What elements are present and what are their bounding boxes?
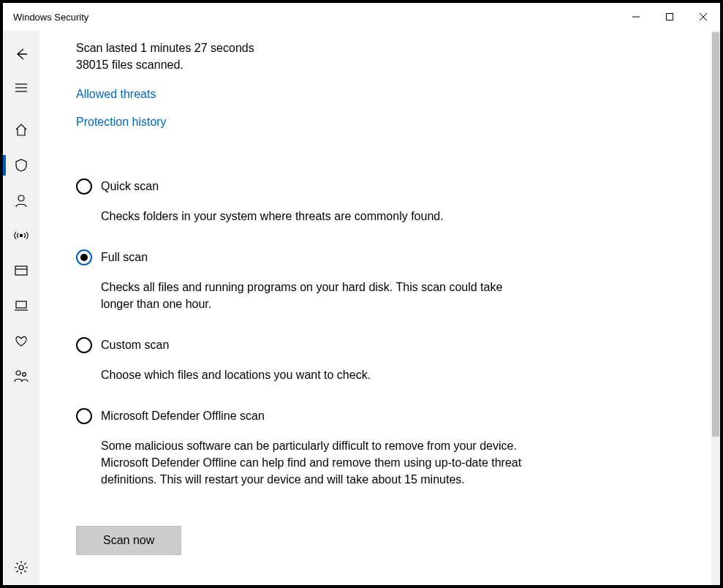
full-scan-title: Full scan	[101, 249, 529, 265]
full-scan-radio[interactable]	[76, 249, 92, 265]
heart-icon	[14, 334, 29, 347]
full-scan-desc: Checks all files and running programs on…	[101, 279, 529, 312]
svg-rect-1	[667, 14, 673, 20]
svg-point-13	[23, 373, 26, 377]
nav-device-security[interactable]	[3, 288, 39, 323]
svg-point-12	[16, 371, 20, 375]
allowed-threats-link[interactable]: Allowed threats	[76, 88, 156, 101]
custom-scan-desc: Choose which files and locations you wan…	[101, 366, 529, 383]
person-icon	[14, 193, 29, 208]
svg-rect-11	[16, 301, 26, 308]
titlebar: Windows Security	[3, 3, 720, 31]
window: Windows Security	[3, 3, 720, 585]
hamburger-icon	[15, 83, 28, 93]
nav-virus-threat[interactable]	[3, 148, 39, 183]
home-icon	[14, 123, 29, 137]
nav-firewall[interactable]	[3, 218, 39, 253]
quick-scan-title: Quick scan	[101, 178, 529, 195]
antenna-icon	[13, 228, 29, 243]
minimize-button[interactable]	[619, 5, 653, 29]
svg-point-14	[19, 565, 23, 570]
nav-family[interactable]	[3, 358, 39, 393]
offline-scan-desc: Some malicious software can be particula…	[101, 437, 529, 488]
nav-settings[interactable]	[3, 550, 39, 585]
back-arrow-icon	[15, 48, 28, 61]
nav-performance[interactable]	[3, 323, 39, 358]
quick-scan-desc: Checks folders in your system where thre…	[101, 208, 529, 225]
family-icon	[13, 369, 29, 383]
offline-scan-radio[interactable]	[76, 408, 92, 424]
sidebar	[3, 31, 39, 585]
quick-scan-radio[interactable]	[76, 178, 92, 195]
option-full-scan[interactable]: Full scan Checks all files and running p…	[76, 249, 529, 312]
shield-icon	[14, 158, 29, 173]
main: Scan lasted 1 minutes 27 seconds 38015 f…	[39, 31, 720, 585]
scan-duration: Scan lasted 1 minutes 27 seconds	[76, 39, 675, 56]
vertical-scrollbar[interactable]	[711, 31, 720, 585]
nav-home[interactable]	[3, 113, 39, 148]
files-scanned: 38015 files scanned.	[76, 56, 675, 73]
maximize-button[interactable]	[653, 5, 686, 29]
svg-point-8	[20, 234, 22, 236]
back-button[interactable]	[3, 38, 39, 70]
scrollbar-thumb[interactable]	[712, 32, 719, 437]
menu-button[interactable]	[3, 70, 39, 105]
custom-scan-radio[interactable]	[76, 337, 92, 353]
offline-scan-title: Microsoft Defender Offline scan	[101, 408, 529, 424]
close-button[interactable]	[686, 5, 720, 29]
scan-now-button[interactable]: Scan now	[76, 526, 181, 555]
protection-history-link[interactable]: Protection history	[76, 116, 167, 129]
maximize-icon	[665, 12, 674, 21]
minimize-icon	[632, 12, 640, 21]
svg-rect-9	[15, 266, 27, 275]
window-title: Windows Security	[13, 12, 88, 23]
option-custom-scan[interactable]: Custom scan Choose which files and locat…	[76, 337, 529, 383]
gear-icon	[14, 560, 29, 575]
content-area: Scan lasted 1 minutes 27 seconds 38015 f…	[39, 31, 711, 585]
nav-account[interactable]	[3, 183, 39, 218]
laptop-icon	[13, 299, 29, 312]
custom-scan-title: Custom scan	[101, 337, 529, 353]
svg-point-7	[18, 195, 24, 201]
scan-options: Quick scan Checks folders in your system…	[76, 178, 675, 488]
app-window-icon	[14, 264, 29, 277]
option-quick-scan[interactable]: Quick scan Checks folders in your system…	[76, 178, 529, 225]
option-offline-scan[interactable]: Microsoft Defender Offline scan Some mal…	[76, 408, 529, 488]
close-icon	[699, 12, 708, 21]
nav-app-browser[interactable]	[3, 253, 39, 288]
